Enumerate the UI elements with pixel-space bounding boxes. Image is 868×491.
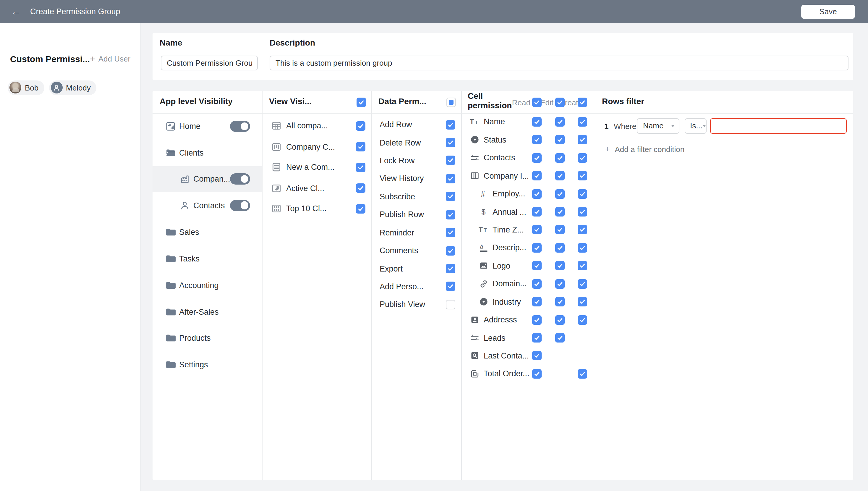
- filter-field-select[interactable]: Name: [637, 118, 679, 134]
- read-checkbox[interactable]: [532, 117, 542, 126]
- read-checkbox[interactable]: [532, 369, 542, 379]
- contacts-visibility-toggle[interactable]: [230, 200, 250, 211]
- edit-checkbox[interactable]: [555, 279, 565, 288]
- data-perm-checkbox[interactable]: [445, 210, 455, 219]
- edit-checkbox[interactable]: [555, 117, 565, 126]
- companies-visibility-toggle[interactable]: [230, 173, 250, 184]
- add-filter-condition-button[interactable]: + Add a filter condition: [605, 145, 684, 153]
- app-item-settings[interactable]: Settings: [153, 356, 262, 374]
- read-checkbox[interactable]: [532, 171, 542, 180]
- read-checkbox[interactable]: [532, 351, 542, 360]
- view-checkbox[interactable]: [356, 163, 365, 172]
- svg-text:T: T: [475, 120, 478, 125]
- data-perm-checkbox[interactable]: [445, 192, 455, 201]
- data-perm-checkbox[interactable]: [445, 138, 455, 147]
- create-checkbox[interactable]: [578, 279, 587, 288]
- view-checkbox[interactable]: [356, 142, 365, 151]
- data-perm-checkbox[interactable]: [445, 282, 455, 291]
- read-checkbox[interactable]: [532, 153, 542, 163]
- read-checkbox[interactable]: [532, 243, 542, 253]
- data-perm-checkbox[interactable]: [445, 120, 455, 129]
- view-item: New a Com...: [262, 160, 371, 175]
- edit-checkbox[interactable]: [555, 171, 565, 180]
- view-checkbox[interactable]: [356, 121, 365, 131]
- plus-icon: +: [90, 55, 95, 63]
- create-checkbox[interactable]: [578, 171, 587, 180]
- data-perm-checkbox[interactable]: [445, 300, 455, 309]
- user-chip-bob[interactable]: Bob: [8, 80, 44, 95]
- create-checkbox[interactable]: [578, 135, 587, 145]
- add-user-button[interactable]: + Add User: [90, 54, 130, 63]
- edit-checkbox[interactable]: [555, 261, 565, 271]
- edit-select-all-checkbox[interactable]: [555, 97, 565, 107]
- view-checkbox[interactable]: [356, 183, 365, 193]
- cell-perm-row: # Employ...: [462, 186, 593, 201]
- view-checkbox[interactable]: [356, 204, 365, 213]
- data-perm-row: Publish Row: [372, 207, 461, 222]
- filter-value-input[interactable]: [710, 118, 846, 134]
- read-checkbox[interactable]: [532, 261, 542, 271]
- create-checkbox[interactable]: [578, 261, 587, 271]
- group-description-input[interactable]: [270, 55, 848, 70]
- folder-icon: [165, 334, 176, 343]
- view-item: All compa...: [262, 118, 371, 134]
- back-arrow-icon[interactable]: ←: [9, 5, 23, 18]
- data-perm-checkbox[interactable]: [445, 156, 455, 165]
- create-checkbox[interactable]: [578, 225, 587, 235]
- create-checkbox[interactable]: [578, 207, 587, 216]
- app-item-home[interactable]: Home: [153, 117, 262, 135]
- data-perm-row: Publish View: [372, 297, 461, 312]
- app-item-tasks[interactable]: Tasks: [153, 250, 262, 267]
- app-item-sales[interactable]: Sales: [153, 223, 262, 241]
- app-item-clients[interactable]: Clients: [153, 144, 262, 162]
- read-checkbox[interactable]: [532, 135, 542, 145]
- read-select-all-checkbox[interactable]: [532, 97, 542, 107]
- app-item-companies[interactable]: Compan...: [153, 170, 262, 188]
- data-perm-checkbox[interactable]: [445, 174, 455, 183]
- folder-icon: [165, 254, 176, 264]
- group-name-input[interactable]: [161, 55, 258, 70]
- save-button[interactable]: Save: [801, 4, 855, 19]
- app-item-contacts[interactable]: Contacts: [153, 196, 262, 214]
- create-select-all-checkbox[interactable]: [578, 97, 587, 107]
- read-checkbox[interactable]: [532, 315, 542, 324]
- create-checkbox[interactable]: [578, 153, 587, 163]
- data-perm-checkbox[interactable]: [445, 264, 455, 273]
- rows-filter-header: Rows filter: [602, 96, 644, 106]
- link-field-icon: [469, 333, 480, 343]
- read-checkbox[interactable]: [532, 225, 542, 235]
- edit-checkbox[interactable]: [555, 153, 565, 163]
- edit-checkbox[interactable]: [555, 207, 565, 216]
- read-checkbox[interactable]: [532, 333, 542, 343]
- create-checkbox[interactable]: [578, 117, 587, 126]
- data-perm-row: Delete Row: [372, 136, 461, 150]
- long-text-field-icon: A: [478, 243, 489, 253]
- data-perm-checkbox[interactable]: [445, 228, 455, 237]
- data-perm-checkbox[interactable]: [445, 246, 455, 255]
- read-checkbox[interactable]: [532, 189, 542, 199]
- create-checkbox[interactable]: [578, 315, 587, 324]
- create-checkbox[interactable]: [578, 297, 587, 307]
- read-checkbox[interactable]: [532, 297, 542, 307]
- edit-checkbox[interactable]: [555, 243, 565, 253]
- edit-checkbox[interactable]: [555, 315, 565, 324]
- edit-checkbox[interactable]: [555, 225, 565, 235]
- data-permission-select-all-checkbox[interactable]: [446, 97, 456, 107]
- create-checkbox[interactable]: [578, 243, 587, 253]
- edit-checkbox[interactable]: [555, 135, 565, 145]
- edit-checkbox[interactable]: [555, 189, 565, 199]
- filter-operator-select[interactable]: Is...: [685, 118, 707, 134]
- read-checkbox[interactable]: [532, 279, 542, 288]
- cell-perm-row: TT Name: [462, 115, 593, 129]
- edit-checkbox[interactable]: [555, 297, 565, 307]
- app-item-products[interactable]: Products: [153, 329, 262, 347]
- create-checkbox[interactable]: [578, 369, 587, 379]
- app-item-after-sales[interactable]: After-Sales: [153, 303, 262, 321]
- user-chip-melody[interactable]: Melody: [49, 80, 97, 95]
- app-item-accounting[interactable]: Accounting: [153, 276, 262, 294]
- read-checkbox[interactable]: [532, 207, 542, 216]
- create-checkbox[interactable]: [578, 189, 587, 199]
- view-visibility-select-all-checkbox[interactable]: [356, 97, 366, 107]
- edit-checkbox[interactable]: [555, 333, 565, 343]
- home-visibility-toggle[interactable]: [230, 121, 250, 132]
